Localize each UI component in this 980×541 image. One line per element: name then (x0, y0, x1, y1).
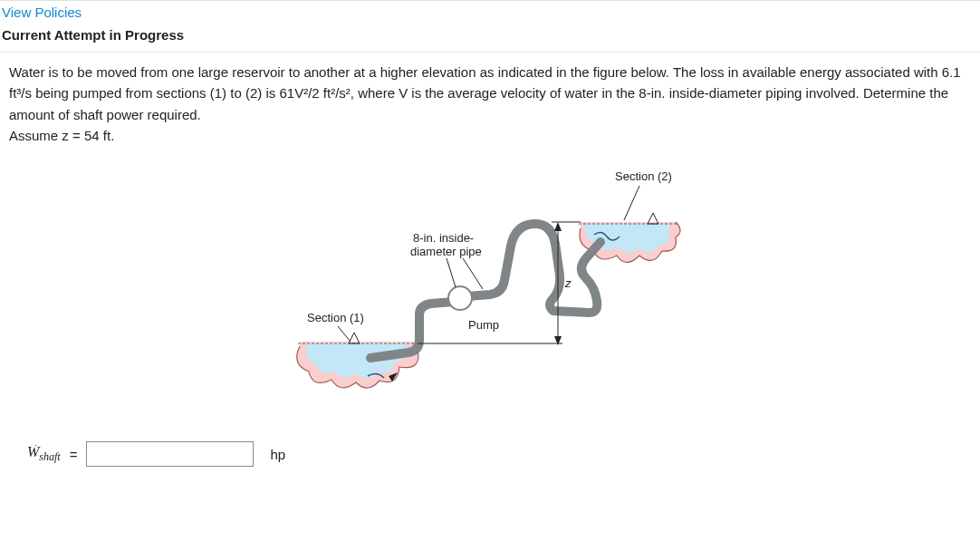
problem-assume: Assume z = 54 ft. (9, 125, 971, 146)
svg-point-7 (448, 286, 472, 310)
pipe-label-line1: 8-in. inside- (413, 231, 474, 245)
reservoir-diagram: Section (2) Section (1) (282, 160, 698, 414)
svg-line-6 (338, 326, 351, 342)
equals-sign: = (70, 447, 78, 462)
section2-label: Section (2) (615, 169, 672, 183)
answer-unit: hp (270, 447, 285, 462)
var-w: W (27, 444, 39, 459)
problem-statement: Water is to be moved from one large rese… (9, 62, 971, 146)
svg-line-9 (463, 258, 483, 289)
answer-variable: · Wshaft (27, 444, 61, 464)
problem-paragraph: Water is to be moved from one large rese… (9, 62, 971, 125)
svg-line-2 (624, 186, 639, 220)
shaft-power-input[interactable] (86, 441, 254, 467)
dot-accent: · (35, 440, 38, 450)
attempt-heading: Current Attempt in Progress (0, 25, 980, 50)
pipe-label-line2: diameter pipe (410, 245, 482, 258)
svg-line-8 (447, 258, 456, 287)
section1-label: Section (1) (307, 311, 364, 324)
z-label: z (564, 276, 572, 290)
view-policies-link[interactable]: View Policies (2, 5, 82, 20)
svg-marker-11 (554, 222, 562, 231)
var-sub: shaft (39, 450, 60, 463)
pump-label: Pump (468, 318, 499, 332)
